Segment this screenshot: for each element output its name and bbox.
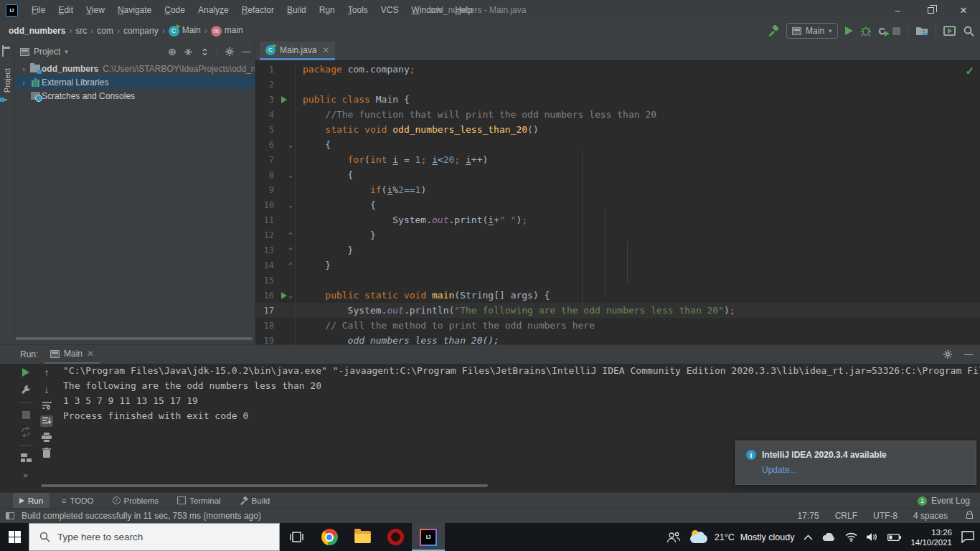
sidebar-item-project[interactable]: Project [3, 61, 11, 100]
volume-icon[interactable] [867, 532, 878, 542]
people-icon[interactable] [666, 532, 681, 543]
fold-close-icon[interactable]: ⌃ [288, 262, 293, 269]
clock[interactable]: 13:26 14/10/2021 [910, 527, 952, 547]
menu-run[interactable]: Run [313, 0, 341, 20]
collapse-all-icon[interactable] [200, 47, 209, 57]
project-structure-button[interactable] [915, 25, 928, 37]
menu-vcs[interactable]: VCS [374, 0, 405, 20]
soft-wrap-icon[interactable] [42, 401, 52, 410]
status-line-separator[interactable]: CRLF [835, 511, 857, 521]
rerun-button[interactable] [22, 368, 29, 377]
breadcrumb-company[interactable]: company [122, 26, 160, 36]
run-configuration-select[interactable]: Main ▾ [786, 23, 838, 39]
breadcrumb-src[interactable]: src [74, 26, 88, 36]
menu-navigate[interactable]: Navigate [111, 0, 158, 20]
weather-widget[interactable]: 21°CMostly cloudy [690, 530, 795, 545]
fold-close-icon[interactable]: ⌃ [288, 232, 293, 239]
fold-close-icon[interactable]: ⌃ [288, 247, 293, 254]
status-caret-position[interactable]: 17:75 [798, 511, 819, 521]
minimize-button[interactable]: – [881, 0, 914, 20]
expand-all-icon[interactable] [184, 47, 193, 57]
breadcrumb-odd_numbers[interactable]: odd_numbers [7, 26, 67, 36]
toolwindow-button-problems[interactable]: !Problems [106, 493, 166, 509]
menu-tools[interactable]: Tools [341, 0, 374, 20]
locate-file-icon[interactable]: ⊕ [168, 46, 176, 57]
chevron-right-icon[interactable]: › [19, 65, 29, 73]
tree-item-scratches-and-consoles[interactable]: Scratches and Consoles [14, 89, 255, 103]
run-line-icon[interactable] [281, 292, 287, 299]
down-stack-icon[interactable]: ↓ [44, 384, 50, 395]
run-anything-button[interactable] [943, 26, 956, 36]
tab-main-java[interactable]: C Main.java ✕ [260, 42, 335, 60]
menu-build[interactable]: Build [281, 0, 313, 20]
toolwindow-button-terminal[interactable]: ›Terminal [171, 493, 227, 509]
more-actions-icon[interactable]: » [23, 471, 28, 479]
fold-open-icon[interactable]: ⌄ [288, 141, 293, 149]
run-tab-main[interactable]: Main ✕ [44, 345, 100, 364]
inspections-ok-icon[interactable]: ✓ [965, 65, 974, 77]
restore-layout-icon[interactable] [21, 453, 32, 463]
menu-view[interactable]: View [80, 0, 111, 20]
print-icon[interactable] [42, 433, 52, 442]
run-with-coverage-button[interactable]: C [879, 26, 885, 37]
search-everywhere-icon[interactable] [963, 25, 974, 37]
menu-refactor[interactable]: Refactor [235, 0, 281, 20]
lock-icon[interactable] [966, 514, 973, 519]
close-icon[interactable]: ✕ [322, 45, 329, 55]
restart-disabled-icon[interactable] [21, 427, 31, 437]
task-view-button[interactable] [280, 523, 313, 551]
action-center-icon[interactable] [961, 531, 974, 543]
chrome-icon[interactable] [313, 523, 346, 551]
project-toolwindow-icon[interactable] [2, 46, 4, 56]
clear-console-icon[interactable] [42, 448, 51, 458]
build-hammer-icon[interactable] [768, 25, 779, 37]
status-file-encoding[interactable]: UTF-8 [873, 511, 897, 521]
taskbar-search[interactable] [29, 523, 280, 551]
stop-button[interactable] [892, 27, 900, 35]
fold-open-icon[interactable]: ⌄ [288, 292, 293, 299]
gear-icon[interactable] [943, 349, 953, 359]
breadcrumb-main[interactable]: CMain [167, 25, 202, 37]
battery-icon[interactable] [887, 534, 901, 541]
debug-button[interactable] [860, 25, 872, 37]
breadcrumb-main[interactable]: mmain [209, 25, 245, 37]
red-app-icon[interactable] [379, 523, 412, 551]
maximize-button[interactable] [914, 0, 947, 20]
fold-open-icon[interactable]: ⌄ [288, 202, 293, 209]
fold-open-icon[interactable]: ⌄ [288, 171, 293, 179]
hide-panel-icon[interactable]: — [964, 349, 973, 359]
menu-analyze[interactable]: Analyze [192, 0, 235, 20]
status-indent-style[interactable]: 4 spaces [913, 511, 948, 521]
toolwindow-toggle-icon[interactable] [6, 512, 14, 519]
event-log-button[interactable]: 1 Event Log [918, 493, 970, 509]
run-button[interactable] [845, 27, 853, 35]
close-icon[interactable]: ✕ [87, 349, 94, 359]
project-panel-title[interactable]: Project [34, 47, 60, 57]
intellij-taskbar-icon[interactable]: IJ [412, 523, 445, 551]
onedrive-icon[interactable] [822, 533, 836, 542]
toolwindow-button-build[interactable]: Build [233, 493, 277, 509]
chevron-down-icon[interactable]: ▾ [65, 48, 68, 55]
search-input[interactable] [57, 532, 251, 542]
update-link[interactable]: Update... [762, 465, 797, 475]
toolwindow-button-run[interactable]: Run [13, 493, 50, 509]
run-line-icon[interactable] [281, 96, 287, 103]
toolwindow-button-todo[interactable]: ≡TODO [55, 493, 100, 509]
editor-code[interactable]: 1package com.company;23public class Main… [255, 60, 980, 344]
gear-icon[interactable] [225, 47, 235, 57]
horizontal-scrollbar[interactable] [41, 484, 488, 487]
stop-button[interactable] [22, 411, 30, 419]
start-button[interactable] [0, 523, 29, 551]
tree-item-odd-numbers[interactable]: ›odd_numbersC:\Users\STARBOY\IdeaProject… [14, 62, 255, 75]
scroll-to-end-icon[interactable] [40, 415, 53, 427]
chevron-right-icon[interactable]: › [19, 78, 29, 87]
breadcrumb-com[interactable]: com [95, 26, 115, 36]
close-button[interactable]: ✕ [947, 0, 980, 20]
wifi-icon[interactable] [845, 532, 857, 542]
hide-panel-icon[interactable]: — [242, 47, 250, 57]
up-stack-icon[interactable]: ↑ [44, 367, 50, 378]
menu-edit[interactable]: Edit [52, 0, 80, 20]
tray-chevron-up-icon[interactable] [804, 534, 813, 540]
menu-file[interactable]: File [25, 0, 52, 20]
tree-item-external-libraries[interactable]: ›External Libraries [14, 75, 255, 89]
